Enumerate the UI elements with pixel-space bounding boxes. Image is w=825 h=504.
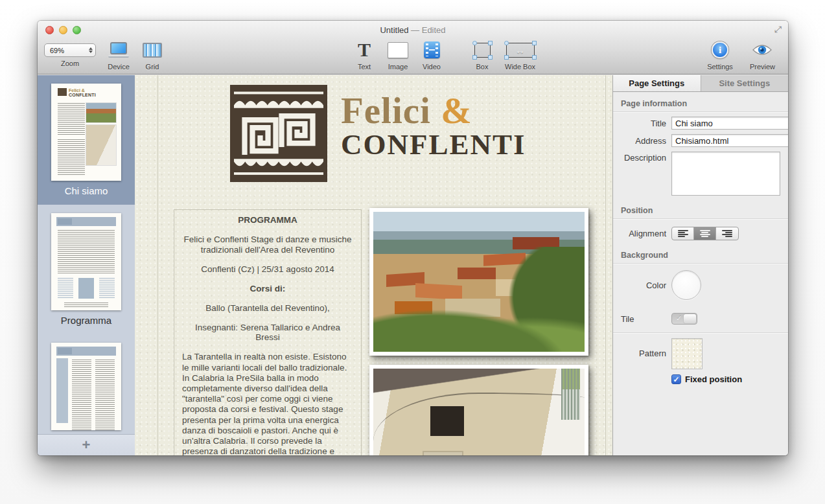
fullscreen-icon[interactable]: ⤢ [774, 24, 782, 35]
settings-label: Settings [707, 63, 733, 71]
teachers-line: Insegnanti: Serena Tallarico e Andrea Br… [182, 323, 353, 343]
zoom-dropdown[interactable]: 69% [44, 43, 96, 57]
program-text-block[interactable]: PROGRAMMA Felici e Conflenti Stage di da… [174, 209, 362, 455]
course-line: Ballo (Tarantella del Reventino), [182, 303, 353, 314]
alignment-segmented-control [671, 227, 739, 240]
sidebar-item-page-3[interactable] [38, 334, 135, 435]
zoom-value: 69% [50, 47, 64, 54]
box-icon [474, 43, 491, 58]
align-left-icon [678, 230, 688, 238]
program-heading: PROGRAMMA [182, 215, 353, 225]
inspector-tab-bar: Page Settings Site Settings [613, 75, 788, 92]
info-circle-icon: i [712, 41, 728, 58]
grid-label: Grid [146, 63, 159, 71]
align-center-icon [700, 230, 710, 238]
background-header: Background [621, 251, 788, 263]
tile-toggle[interactable]: ✓ [671, 313, 697, 325]
address-field[interactable] [671, 134, 788, 147]
sidebar-item-programma[interactable]: Programma [38, 205, 135, 334]
align-right-icon [722, 230, 732, 238]
village-hillside-photo[interactable] [369, 208, 588, 356]
eye-icon [752, 43, 772, 57]
align-right-button[interactable] [716, 227, 738, 240]
tab-page-settings[interactable]: Page Settings [613, 75, 701, 91]
building-facade-photo[interactable] [369, 365, 588, 455]
page-label: Chi siamo [65, 185, 108, 196]
wide-box-label: Wide Box [505, 63, 535, 71]
zoom-label: Zoom [61, 60, 79, 67]
title-label: Title [621, 119, 666, 128]
position-header: Position [621, 206, 788, 218]
device-label: Device [108, 63, 130, 71]
address-label: Address [621, 136, 666, 146]
insert-box-button[interactable]: Box [471, 40, 493, 71]
check-icon: ✓ [676, 314, 682, 323]
page-thumbnail: Felici &CONFLENTI [51, 84, 121, 181]
ampersand: & [431, 90, 472, 131]
background-color-well[interactable] [671, 270, 701, 300]
insert-wide-box-button[interactable]: ↔ Wide Box [505, 40, 535, 71]
align-center-button[interactable] [694, 227, 716, 240]
tab-site-settings[interactable]: Site Settings [701, 75, 789, 91]
description-label: Description [621, 153, 666, 163]
program-intro: Felici e Conflenti Stage di danze e musi… [182, 235, 353, 255]
app-window: Untitled — Edited ⤢ 69% Zoom Device Grid [38, 21, 788, 455]
pages-sidebar: Felici &CONFLENTI Chi siamo Programma [38, 75, 135, 455]
sidebar-item-chi-siamo[interactable]: Felici &CONFLENTI Chi siamo [38, 75, 135, 205]
insert-text-button[interactable]: T Text [353, 40, 375, 71]
program-date: Conflenti (Cz) | 25/31 agosto 2014 [182, 264, 353, 275]
device-button[interactable]: Device [108, 40, 130, 71]
page-boundary-right [605, 75, 606, 455]
site-logo-mark[interactable] [230, 85, 327, 182]
edited-status: — Edited [411, 25, 445, 35]
page-thumbnail [51, 343, 121, 430]
settings-inspector: Page Settings Site Settings Page informa… [612, 75, 788, 455]
page-thumbnail [51, 213, 121, 310]
preview-label: Preview [750, 63, 775, 71]
grid-icon [143, 43, 162, 58]
wide-box-icon: ↔ [506, 43, 535, 58]
video-icon [424, 41, 440, 58]
fixed-position-label: Fixed position [685, 374, 742, 384]
align-left-button[interactable] [672, 227, 694, 240]
courses-heading: Corsi di: [182, 284, 353, 294]
titlebar-toolbar: Untitled — Edited ⤢ 69% Zoom Device Grid [38, 21, 788, 74]
video-label: Video [423, 63, 441, 71]
building-photo-image [373, 369, 585, 455]
image-icon [388, 42, 408, 58]
page-information-header: Page information [621, 99, 788, 111]
description-field[interactable] [671, 152, 780, 196]
program-paragraph: La Tarantella in realtà non esiste. Esis… [182, 352, 353, 455]
document-title: Untitled [380, 25, 408, 35]
image-label: Image [388, 63, 408, 71]
plus-icon: + [82, 439, 91, 452]
stepper-icon [89, 47, 93, 53]
title-field[interactable] [671, 117, 788, 130]
tile-label: Tile [621, 314, 666, 324]
page-canvas[interactable]: Felici & CONFLENTI PROGRAMMA Felici e Co… [135, 75, 612, 455]
settings-button[interactable]: i Settings [707, 40, 733, 71]
village-photo-image [373, 212, 585, 352]
window-title: Untitled — Edited [38, 25, 788, 35]
alignment-label: Alignment [621, 229, 666, 238]
preview-button[interactable]: Preview [750, 40, 775, 71]
zoom-control[interactable]: 69% Zoom [44, 40, 96, 67]
text-icon: T [358, 40, 371, 60]
insert-video-button[interactable]: Video [421, 40, 443, 71]
pattern-label: Pattern [621, 349, 666, 358]
page-boundary-left [157, 75, 158, 455]
laptop-icon [108, 42, 129, 58]
box-label: Box [476, 63, 489, 71]
insert-image-button[interactable]: Image [387, 40, 409, 71]
page-label: Programma [61, 315, 111, 326]
add-page-button[interactable]: + [38, 434, 135, 455]
site-logo-text[interactable]: Felici & CONFLENTI [341, 89, 526, 161]
text-label: Text [358, 63, 371, 71]
color-label: Color [621, 281, 666, 290]
pattern-swatch[interactable] [671, 338, 703, 369]
fixed-position-checkbox[interactable]: ✓ [671, 374, 681, 384]
grid-button[interactable]: Grid [141, 40, 163, 71]
